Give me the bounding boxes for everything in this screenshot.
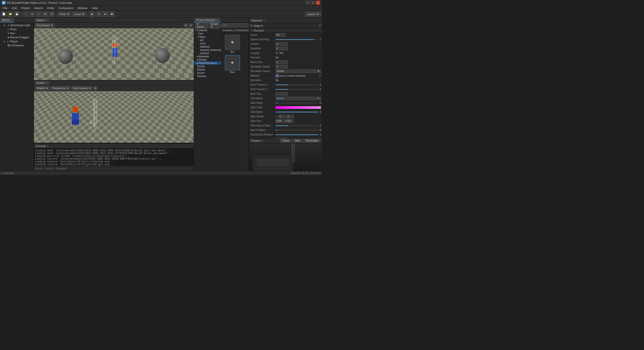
stop-button[interactable]: ⏭: [103, 11, 108, 17]
rand-rotation-track[interactable]: [275, 134, 318, 135]
hier-mouse-dragger[interactable]: ⊕ Mouse Dragger: [0, 35, 34, 39]
tree-skybox[interactable]: Skybox: [194, 68, 221, 71]
toolbar-new[interactable]: 📄: [1, 11, 7, 17]
start-size-max[interactable]: [285, 119, 294, 123]
tree-sound[interactable]: Sound: [194, 71, 221, 75]
tab-scene[interactable]: Scene ✕: [34, 81, 50, 85]
close-console-tab[interactable]: ✕: [47, 145, 49, 147]
orientation-dropdown[interactable]: Aimed ▼: [275, 97, 321, 100]
layout-dropdown[interactable]: Layout ▼: [305, 12, 321, 17]
deadtime-input[interactable]: [275, 47, 288, 50]
tree-vehicles[interactable]: vehicles: [194, 52, 221, 55]
scene-grid-icon[interactable]: ⊞: [93, 86, 97, 90]
anim-y-track[interactable]: [275, 89, 318, 90]
menu-assets[interactable]: Assets: [32, 6, 45, 10]
close-preview-tab[interactable]: ✕: [262, 139, 264, 142]
lifetime-input[interactable]: [275, 42, 288, 46]
toolbar-save[interactable]: 💾: [14, 11, 20, 17]
hier-uicamera[interactable]: 📷 UICamera: [0, 43, 34, 47]
close-button[interactable]: ✕: [316, 1, 320, 5]
material-browse-icon[interactable]: ⊕: [319, 75, 321, 77]
tree-room[interactable]: room: [194, 42, 221, 45]
close-scene-tab[interactable]: ✕: [45, 82, 47, 84]
minimize-button[interactable]: ─: [306, 1, 310, 5]
tree-shadows[interactable]: shadows: [194, 45, 221, 48]
tree-models[interactable]: ▶ Models: [194, 58, 221, 61]
hier-floor[interactable]: ▭ Floor: [0, 27, 34, 31]
tab-world[interactable]: World ✕: [0, 18, 14, 22]
section-standard[interactable]: ▼ Standard: [249, 29, 322, 33]
sim-space-dropdown[interactable]: Global ▼: [275, 69, 321, 73]
record-button[interactable]: ⏺: [109, 11, 115, 17]
breadcrumb-particlesystems[interactable]: ParticleSystems: [236, 29, 249, 32]
toolbar-rotate[interactable]: ↻: [29, 11, 35, 17]
pause-button[interactable]: ⏸: [96, 11, 102, 17]
start-speed-max[interactable]: [287, 115, 294, 118]
settings-icon[interactable]: ⚙: [189, 23, 193, 27]
menu-edit[interactable]: Edit: [10, 6, 19, 10]
inspector-menu-icon[interactable]: ☰: [319, 24, 321, 27]
hier-player[interactable]: ▶ ▷ Player: [0, 39, 34, 43]
start-speed-mode-icon[interactable]: ◈: [275, 115, 278, 118]
menu-window[interactable]: Window: [75, 6, 89, 10]
close-game-tab[interactable]: ✕: [45, 19, 47, 21]
file-flow[interactable]: ✦ flow: [224, 55, 241, 74]
toolbar-snap[interactable]: ⊞: [43, 11, 48, 17]
spawn-bunching-track[interactable]: [275, 39, 318, 40]
maxcycles-input[interactable]: [275, 60, 288, 64]
entity-active-checkbox[interactable]: [250, 24, 253, 27]
tab-project-browser[interactable]: Project Browser ✕: [194, 18, 220, 22]
tab-game[interactable]: Game ✕: [34, 18, 49, 22]
sim-speed-input[interactable]: [275, 65, 288, 68]
anim-x-track[interactable]: [275, 84, 318, 85]
looping-checkbox[interactable]: [275, 52, 278, 54]
tree-materials[interactable]: ▶ Materials: [194, 55, 221, 58]
start-color-value[interactable]: [275, 106, 321, 109]
anim-fps-input[interactable]: [275, 92, 288, 96]
material-name[interactable]: tracer1.material (Material): [279, 75, 318, 77]
toolbar-grid[interactable]: ⊟: [49, 11, 55, 17]
tree-particlesystems[interactable]: ▶ ParticleSystems: [194, 61, 221, 65]
menu-project[interactable]: Project: [19, 6, 32, 10]
aspect-dropdown[interactable]: Free Aspect ▼: [35, 23, 55, 28]
menu-help[interactable]: Help: [90, 6, 100, 10]
tree-pbr[interactable]: pbr: [194, 39, 221, 42]
local-dropdown[interactable]: Local ▼: [72, 12, 86, 17]
console-input[interactable]: [35, 167, 193, 170]
toolbar-scale[interactable]: ⤡: [36, 11, 42, 17]
maximize-button[interactable]: □: [311, 1, 315, 5]
pause-preview-button[interactable]: Pause: [280, 139, 292, 143]
start-size-min[interactable]: [275, 119, 284, 123]
maximize-icon[interactable]: ⊞: [184, 23, 188, 27]
start-aspect-track[interactable]: [275, 125, 318, 126]
close-project-tab[interactable]: ✕: [216, 19, 218, 21]
create-button[interactable]: Create ▼: [209, 22, 220, 29]
tree-textures[interactable]: Textures: [194, 75, 221, 78]
camera-dropdown[interactable]: Free Camera ▼: [71, 86, 93, 90]
menu-entity[interactable]: Entity: [45, 6, 56, 10]
count-input[interactable]: [275, 33, 286, 37]
pivot-dropdown[interactable]: Pivot ▼: [58, 12, 71, 17]
close-world-tab[interactable]: ✕: [10, 19, 12, 21]
tree-contents[interactable]: ▼ Contents: [194, 29, 221, 32]
stop-preview-button[interactable]: Stop: [293, 139, 302, 143]
start-rotation-track[interactable]: [275, 130, 318, 131]
tree-maps[interactable]: ▼ Maps: [194, 35, 221, 39]
render-mode-dropdown[interactable]: Shaded ▼: [35, 86, 50, 90]
start-speed-min[interactable]: [278, 115, 286, 118]
tree-scripts[interactable]: Scripts: [194, 65, 221, 68]
import-button[interactable]: ▼ Import...: [195, 22, 208, 29]
menu-component[interactable]: Component: [57, 6, 75, 10]
start-alpha-track[interactable]: [275, 112, 318, 113]
file-fire[interactable]: ✦ fire: [224, 35, 241, 53]
close-inspector-tab[interactable]: ✕: [263, 19, 265, 22]
projection-dropdown[interactable]: Perspective ▼: [51, 86, 70, 90]
tree-skinned[interactable]: skinned_instancing: [194, 48, 221, 52]
start-color-bar[interactable]: [275, 106, 321, 109]
tree-font[interactable]: Font: [194, 32, 221, 35]
toolbar-translate[interactable]: ↔: [23, 11, 28, 17]
toolbar-open[interactable]: 📁: [8, 11, 13, 17]
menu-file[interactable]: File: [1, 6, 10, 10]
start-delay-track[interactable]: [275, 102, 318, 103]
hier-directional-light[interactable]: ▶ ☀ Directional Light: [0, 23, 34, 27]
